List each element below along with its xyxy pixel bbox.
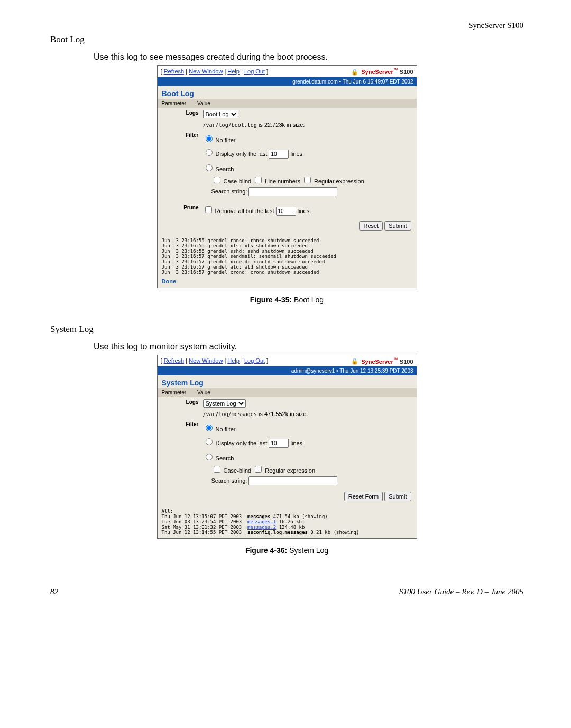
- boot-display-input[interactable]: [269, 150, 289, 159]
- sys-path-size: is 471.552k in size.: [257, 411, 308, 417]
- syslog-app-window: [ Refresh | New Window | Help | Log Out …: [157, 355, 417, 539]
- boot-regex-text: Regular expression: [312, 178, 364, 185]
- sys-out-row-date: Thu Jun 12 13:15:07 PDT 2003: [162, 514, 248, 519]
- boot-prune-input[interactable]: [276, 207, 296, 216]
- sys-regex-check[interactable]: [255, 466, 262, 473]
- brand-model: S100: [398, 358, 413, 364]
- sys-out-row-date: Thu Jun 12 13:14:55 PDT 2003: [162, 530, 248, 535]
- boot-search-string-label: Search string:: [211, 188, 249, 195]
- sys-search-string-input[interactable]: [248, 476, 337, 485]
- sys-radio-display[interactable]: [206, 438, 213, 445]
- sys-out-row-rest: 0.21 kb (showing): [308, 530, 360, 535]
- filter-label: Filter: [162, 132, 203, 197]
- figure-caption-bootlog: Figure 4-35: Boot Log: [50, 296, 523, 304]
- lock-icon: 🔒: [351, 358, 358, 364]
- nav-refresh[interactable]: Refresh: [164, 357, 185, 364]
- figure-number: Figure 4-36:: [245, 546, 287, 555]
- nav-new-window[interactable]: New Window: [189, 357, 223, 364]
- param-header-p: Parameter: [162, 100, 187, 106]
- sys-logs-select[interactable]: System Log: [203, 399, 246, 408]
- boot-radio-display[interactable]: [206, 149, 213, 156]
- brand-name: SyncServer: [361, 69, 393, 75]
- boot-regex-check[interactable]: [304, 177, 311, 183]
- figure-number: Figure 4-35:: [250, 296, 292, 304]
- nav-logout[interactable]: Log Out: [244, 357, 265, 364]
- bootlog-app-window: [ Refresh | New Window | Help | Log Out …: [157, 65, 417, 288]
- footer-right-text: S100 User Guide – Rev. D – June 2005: [399, 587, 523, 596]
- sys-out-row-file: messages: [247, 514, 270, 519]
- status-bar-bootlog: grendel.datum.com • Thu Jun 6 15:49:07 E…: [158, 77, 417, 86]
- nav-new-window[interactable]: New Window: [189, 68, 223, 75]
- lock-icon: 🔒: [351, 69, 358, 75]
- sys-all-label: All:: [162, 509, 173, 514]
- boot-done-text: Done: [158, 278, 417, 288]
- brand-tm: ™: [393, 357, 398, 362]
- section-heading-bootlog: Boot Log: [50, 34, 523, 45]
- boot-log-title: Boot Log: [158, 86, 417, 99]
- sys-search-text: Search: [214, 455, 234, 462]
- status-bar-syslog: admin@syncserv1 • Thu Jun 12 13:25:39 PD…: [158, 366, 417, 375]
- param-header-v: Value: [197, 390, 210, 395]
- boot-line-numbers-check[interactable]: [255, 177, 262, 183]
- sys-log-title: System Log: [158, 375, 417, 388]
- boot-case-blind-text: Case-blind: [222, 178, 253, 185]
- figure-sub: Boot Log: [292, 296, 324, 304]
- sys-log-output: All: Thu Jun 12 13:15:07 PDT 2003 messag…: [158, 505, 417, 538]
- logs-label: Logs: [162, 110, 203, 128]
- boot-display-pre: Display only the last: [214, 151, 269, 157]
- sys-radio-search[interactable]: [206, 454, 213, 460]
- page-footer: 82 S100 User Guide – Rev. D – June 2005: [50, 587, 523, 596]
- boot-nofilter-text: No filter: [214, 137, 236, 143]
- sys-case-blind-check[interactable]: [214, 466, 220, 473]
- section-heading-syslog: System Log: [50, 324, 523, 335]
- sys-case-blind-text: Case-blind: [222, 467, 253, 474]
- nav-row-syslog: [ Refresh | New Window | Help | Log Out …: [158, 355, 417, 367]
- nav-help[interactable]: Help: [227, 68, 240, 75]
- bootlog-intro: Use this log to see messages created dur…: [94, 52, 523, 62]
- boot-logs-select[interactable]: Boot Log: [203, 110, 238, 118]
- nav-refresh[interactable]: Refresh: [164, 68, 185, 75]
- sys-radio-nofilter[interactable]: [206, 425, 213, 431]
- logs-label: Logs: [162, 399, 203, 417]
- sys-filter-label: Filter: [162, 421, 203, 486]
- sys-out-row-rest: 471.54 kb (showing): [270, 514, 327, 519]
- boot-reset-button[interactable]: [359, 221, 383, 231]
- boot-radio-nofilter[interactable]: [206, 135, 213, 142]
- boot-prune-check[interactable]: [205, 206, 212, 213]
- sys-submit-button[interactable]: [384, 492, 411, 501]
- boot-search-string-input[interactable]: [248, 187, 337, 196]
- syslog-intro: Use this log to monitor system activity.: [94, 342, 523, 352]
- param-header-p: Parameter: [162, 390, 187, 395]
- boot-path-size: is 22.723k in size.: [257, 122, 305, 128]
- boot-submit-button[interactable]: [384, 221, 411, 231]
- boot-prune-pre: Remove all but the last: [214, 208, 276, 214]
- sys-out-row-link[interactable]: messages.1: [247, 519, 276, 524]
- sys-search-string-label: Search string:: [211, 477, 249, 484]
- sys-path: /var/log/messages: [203, 411, 257, 417]
- nav-bracket-close: ]: [266, 68, 268, 75]
- param-header-bootlog: Parameter Value: [158, 99, 417, 108]
- sys-display-input[interactable]: [269, 439, 289, 448]
- sys-out-row-date: Tue Jun 03 13:23:54 PDT 2003: [162, 519, 248, 524]
- boot-display-post: lines.: [289, 151, 304, 157]
- figure-sub: System Log: [287, 546, 328, 555]
- page-header: SyncServer S100: [50, 21, 523, 30]
- sys-reset-button[interactable]: [344, 492, 383, 501]
- figure-caption-syslog: Figure 4-36: System Log: [50, 546, 523, 555]
- boot-radio-search[interactable]: [206, 164, 213, 171]
- sys-nofilter-text: No filter: [214, 426, 236, 432]
- sys-display-post: lines.: [289, 440, 304, 446]
- boot-search-text: Search: [214, 166, 234, 172]
- param-header-syslog: Parameter Value: [158, 388, 417, 397]
- brand-name: SyncServer: [361, 358, 393, 364]
- sys-out-row-date: Sat May 31 13:01:32 PDT 2003: [162, 524, 248, 530]
- prune-label: Prune: [162, 205, 203, 216]
- boot-prune-post: lines.: [296, 208, 311, 214]
- sys-out-row-rest: 124.48 kb: [276, 524, 305, 530]
- nav-help[interactable]: Help: [227, 357, 240, 364]
- nav-logout[interactable]: Log Out: [244, 68, 265, 75]
- boot-case-blind-check[interactable]: [214, 177, 220, 183]
- sys-out-row-link[interactable]: messages.2: [247, 524, 276, 530]
- sys-display-pre: Display only the last: [214, 440, 269, 446]
- sys-out-row-rest: 16.26 kb: [276, 519, 302, 524]
